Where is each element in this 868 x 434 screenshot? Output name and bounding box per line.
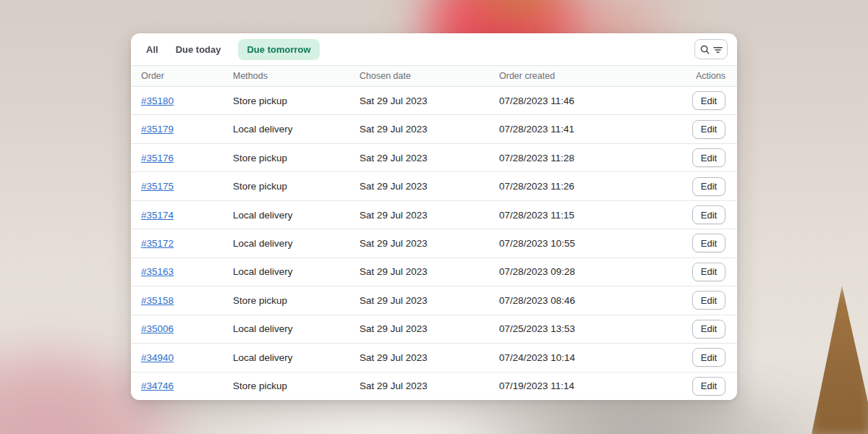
created-cell: 07/25/2023 13:53	[499, 323, 656, 334]
table-header: Order Methods Chosen date Order created …	[131, 65, 737, 87]
chosen-date-cell: Sat 29 Jul 2023	[359, 153, 499, 163]
table-row: #34940 Local delivery Sat 29 Jul 2023 07…	[131, 344, 737, 372]
order-link[interactable]: #35163	[141, 266, 174, 277]
filter-icon	[712, 44, 723, 55]
search-filter-button[interactable]	[694, 39, 728, 59]
created-cell: 07/24/2023 10:14	[499, 352, 656, 363]
method-cell: Local delivery	[233, 323, 359, 334]
table-row: #35175 Store pickup Sat 29 Jul 2023 07/2…	[131, 172, 737, 200]
table-row: #35163 Local delivery Sat 29 Jul 2023 07…	[131, 258, 737, 286]
order-cell: #34940	[131, 352, 233, 363]
created-cell: 07/28/2023 08:46	[499, 295, 656, 306]
order-link[interactable]: #35172	[141, 238, 174, 249]
order-cell: #35179	[131, 124, 233, 135]
method-cell: Store pickup	[233, 295, 359, 306]
table-row: #35006 Local delivery Sat 29 Jul 2023 07…	[131, 315, 737, 344]
order-cell: #35180	[131, 95, 233, 106]
order-cell: #35158	[131, 295, 233, 306]
table-row: #35172 Local delivery Sat 29 Jul 2023 07…	[131, 229, 737, 258]
table-row: #35180 Store pickup Sat 29 Jul 2023 07/2…	[131, 87, 737, 115]
search-icon	[699, 44, 710, 55]
actions-cell: Edit	[656, 291, 737, 310]
edit-button[interactable]: Edit	[692, 348, 726, 367]
edit-button[interactable]: Edit	[692, 148, 726, 167]
order-link[interactable]: #35176	[141, 153, 174, 163]
edit-button[interactable]: Edit	[692, 263, 726, 281]
actions-cell: Edit	[656, 263, 737, 281]
column-header-order-created: Order created	[499, 71, 656, 81]
chosen-date-cell: Sat 29 Jul 2023	[359, 295, 499, 306]
method-cell: Store pickup	[233, 380, 359, 391]
edit-button[interactable]: Edit	[692, 177, 726, 196]
method-cell: Local delivery	[233, 266, 359, 277]
column-header-order: Order	[131, 71, 233, 81]
method-cell: Local delivery	[233, 124, 359, 135]
method-cell: Store pickup	[233, 95, 359, 106]
order-link[interactable]: #34940	[141, 352, 174, 363]
column-header-actions: Actions	[656, 71, 737, 81]
chosen-date-cell: Sat 29 Jul 2023	[359, 352, 499, 363]
table-body: #35180 Store pickup Sat 29 Jul 2023 07/2…	[131, 87, 737, 400]
table-row: #35158 Store pickup Sat 29 Jul 2023 07/2…	[131, 286, 737, 315]
edit-button[interactable]: Edit	[692, 205, 726, 224]
column-header-chosen-date: Chosen date	[359, 71, 499, 81]
order-cell: #34746	[131, 380, 233, 391]
actions-cell: Edit	[656, 377, 737, 396]
actions-cell: Edit	[656, 320, 737, 339]
chosen-date-cell: Sat 29 Jul 2023	[359, 380, 499, 391]
created-cell: 07/28/2023 11:15	[499, 210, 656, 221]
table-row: #35176 Store pickup Sat 29 Jul 2023 07/2…	[131, 144, 737, 172]
created-cell: 07/28/2023 10:55	[499, 238, 656, 249]
order-link[interactable]: #35006	[141, 323, 174, 334]
tab-bar: All Due today Due tomorrow	[131, 33, 737, 65]
order-link[interactable]: #35179	[141, 124, 174, 135]
tab-list: All Due today Due tomorrow	[146, 39, 320, 60]
edit-button[interactable]: Edit	[692, 320, 726, 339]
actions-cell: Edit	[656, 120, 737, 139]
chosen-date-cell: Sat 29 Jul 2023	[359, 124, 499, 135]
method-cell: Local delivery	[233, 210, 359, 221]
table-row: #35179 Local delivery Sat 29 Jul 2023 07…	[131, 115, 737, 143]
edit-button[interactable]: Edit	[692, 120, 726, 139]
order-link[interactable]: #35158	[141, 295, 174, 306]
table-row: #34746 Store pickup Sat 29 Jul 2023 07/1…	[131, 373, 737, 400]
created-cell: 07/19/2023 11:14	[499, 380, 656, 391]
created-cell: 07/28/2023 11:28	[499, 153, 656, 163]
edit-button[interactable]: Edit	[692, 377, 726, 396]
method-cell: Local delivery	[233, 352, 359, 363]
actions-cell: Edit	[656, 348, 737, 367]
chosen-date-cell: Sat 29 Jul 2023	[359, 95, 499, 106]
orders-card: All Due today Due tomorrow Order Methods…	[131, 33, 737, 400]
method-cell: Local delivery	[233, 238, 359, 249]
order-link[interactable]: #35180	[141, 95, 174, 106]
tab-all[interactable]: All	[146, 39, 158, 60]
method-cell: Store pickup	[233, 181, 359, 192]
chosen-date-cell: Sat 29 Jul 2023	[359, 181, 499, 192]
created-cell: 07/28/2023 09:28	[499, 266, 656, 277]
chosen-date-cell: Sat 29 Jul 2023	[359, 238, 499, 249]
chosen-date-cell: Sat 29 Jul 2023	[359, 210, 499, 221]
method-cell: Store pickup	[233, 153, 359, 163]
edit-button[interactable]: Edit	[692, 234, 726, 252]
order-cell: #35172	[131, 238, 233, 249]
actions-cell: Edit	[656, 234, 737, 252]
created-cell: 07/28/2023 11:41	[499, 124, 656, 135]
actions-cell: Edit	[656, 205, 737, 224]
order-link[interactable]: #34746	[141, 380, 174, 391]
created-cell: 07/28/2023 11:26	[499, 181, 656, 192]
column-header-methods: Methods	[233, 71, 359, 81]
edit-button[interactable]: Edit	[692, 291, 726, 310]
edit-button[interactable]: Edit	[692, 91, 726, 110]
actions-cell: Edit	[656, 91, 737, 110]
chosen-date-cell: Sat 29 Jul 2023	[359, 266, 499, 277]
actions-cell: Edit	[656, 148, 737, 167]
order-cell: #35163	[131, 266, 233, 277]
order-link[interactable]: #35174	[141, 210, 174, 221]
tab-due-today[interactable]: Due today	[176, 39, 221, 60]
tab-due-tomorrow[interactable]: Due tomorrow	[238, 39, 319, 60]
order-link[interactable]: #35175	[141, 181, 174, 192]
table-row: #35174 Local delivery Sat 29 Jul 2023 07…	[131, 201, 737, 229]
order-cell: #35175	[131, 181, 233, 192]
order-cell: #35174	[131, 210, 233, 221]
chosen-date-cell: Sat 29 Jul 2023	[359, 323, 499, 334]
